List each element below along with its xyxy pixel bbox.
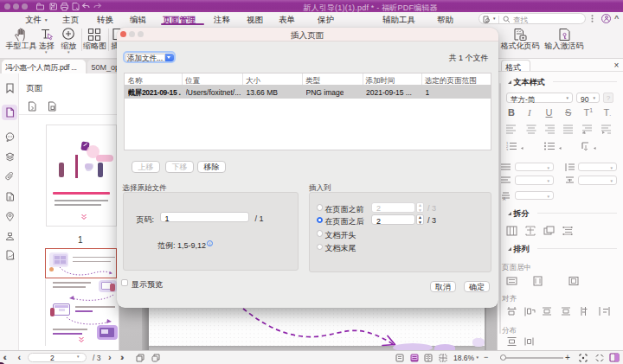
svg-text:3: 3 bbox=[506, 148, 509, 151]
